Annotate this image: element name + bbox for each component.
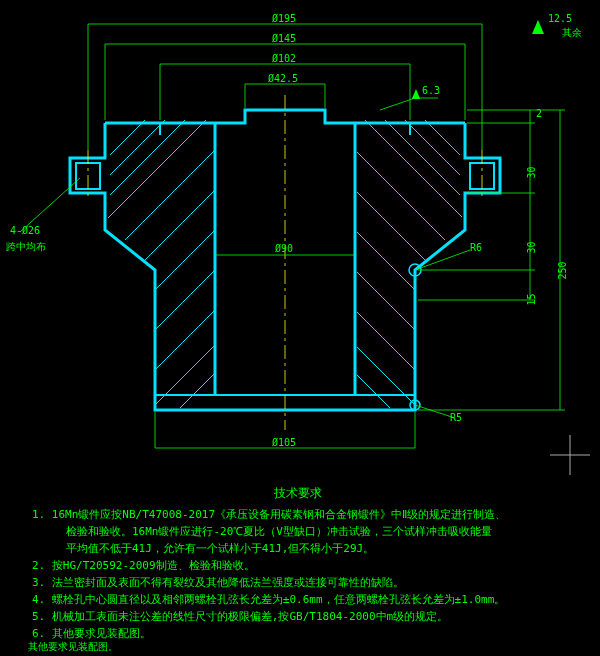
dim-d195: Ø195 <box>272 13 296 24</box>
dim-h30a: 30 <box>526 166 537 178</box>
dim-hole-note: 跨中均布 <box>6 240 46 254</box>
dim-d105: Ø105 <box>272 437 296 448</box>
svg-line-8 <box>125 151 214 240</box>
sf-rest-label: 其余 <box>562 26 582 40</box>
svg-line-17 <box>385 120 460 195</box>
dim-h250: 250 <box>557 261 568 279</box>
sf-6-3: 6.3 <box>422 85 440 96</box>
dim-hole: 4-Ø26 <box>10 225 40 236</box>
svg-line-15 <box>425 120 460 155</box>
req-2: 2. 按HG/T20592-2009制造、检验和验收。 <box>28 557 568 574</box>
dim-d42-5: Ø42.5 <box>268 73 298 84</box>
req-title: 技术要求 <box>28 485 568 502</box>
dim-d90: Ø90 <box>275 243 293 254</box>
req-1b: 检验和验收。16Mn锻件应进行-20℃夏比（V型缺口）冲击试验，三个试样冲击吸收… <box>28 523 568 540</box>
dim-h2: 2 <box>536 108 542 119</box>
svg-line-4 <box>110 120 145 155</box>
svg-line-14 <box>180 374 214 408</box>
svg-line-6 <box>110 120 185 195</box>
req-4: 4. 螺栓孔中心圆直径以及相邻两螺栓孔弦长允差为±0.6mm，任意两螺栓孔弦长允… <box>28 591 568 608</box>
svg-line-45 <box>20 178 80 232</box>
dim-h30b: 30 <box>526 241 537 253</box>
bottom-note: 其他要求见装配图。 <box>28 640 118 654</box>
svg-line-13 <box>155 346 214 405</box>
surface-finish-icon <box>412 89 420 99</box>
req-5: 5. 机械加工表面未注公差的线性尺寸的极限偏差,按GB/T1804-2000中m… <box>28 608 568 625</box>
svg-line-25 <box>357 375 390 408</box>
svg-line-7 <box>108 120 206 218</box>
svg-line-24 <box>357 347 415 405</box>
dim-r5: R5 <box>450 412 462 423</box>
surface-finish-default-icon <box>532 20 544 34</box>
svg-line-19 <box>357 152 445 240</box>
tech-requirements: 技术要求 1. 16Mn锻件应按NB/T47008-2017《承压设备用碳素钢和… <box>28 485 568 642</box>
dim-r6: R6 <box>470 242 482 253</box>
svg-line-10 <box>155 231 214 290</box>
svg-line-18 <box>365 120 462 217</box>
req-1: 1. 16Mn锻件应按NB/T47008-2017《承压设备用碳素钢和合金钢锻件… <box>28 506 568 523</box>
svg-line-16 <box>405 120 460 175</box>
dim-d102: Ø102 <box>272 53 296 64</box>
svg-line-20 <box>357 192 425 260</box>
cad-drawing <box>0 0 600 480</box>
svg-line-46 <box>415 250 470 270</box>
sf-default-value: 12.5 <box>548 13 572 24</box>
svg-line-11 <box>155 271 214 330</box>
dim-h15: 15 <box>526 293 537 305</box>
dim-d145: Ø145 <box>272 33 296 44</box>
svg-line-12 <box>155 311 214 370</box>
req-1c: 平均值不低于41J，允许有一个试样小于41J,但不得小于29J。 <box>28 540 568 557</box>
req-3: 3. 法兰密封面及表面不得有裂纹及其他降低法兰强度或连接可靠性的缺陷。 <box>28 574 568 591</box>
svg-line-5 <box>110 120 165 175</box>
svg-line-9 <box>145 191 214 260</box>
svg-line-47 <box>415 405 455 418</box>
